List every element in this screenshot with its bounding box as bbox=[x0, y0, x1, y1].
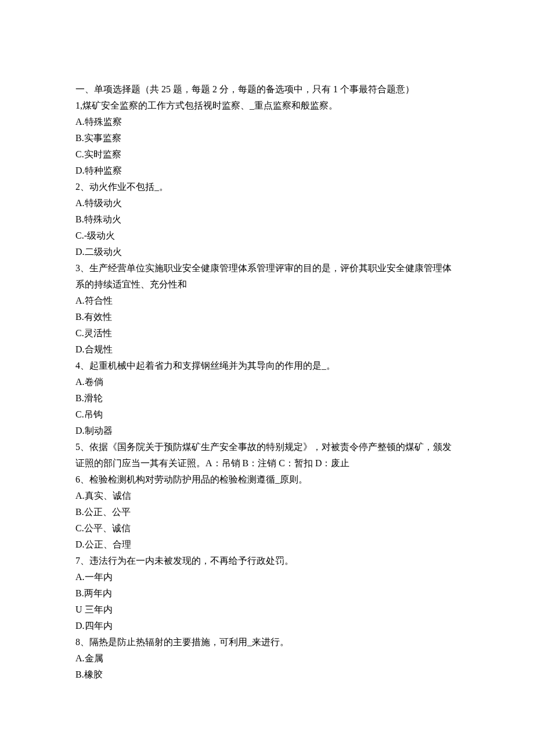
question-option: U 三年内 bbox=[75, 602, 459, 618]
question-stem: 6、检验检测机构对劳动防护用品的检验检测遵循_原则。 bbox=[75, 471, 459, 488]
question-option: B.滑轮 bbox=[75, 390, 459, 406]
section-header: 一、单项选择题（共 25 题，每题 2 分，每题的备选项中，只有 1 个事最符合… bbox=[75, 81, 459, 98]
question-option: C.-级动火 bbox=[75, 228, 459, 244]
question-option: A.卷倘 bbox=[75, 374, 459, 390]
question-option: D.公正、合理 bbox=[75, 537, 459, 553]
question-option: C.灵活性 bbox=[75, 325, 459, 341]
question-stem: 1,煤矿安全监察的工作方式包括视时监察、_重点监察和般监察。 bbox=[75, 98, 459, 114]
question-option: A.金属 bbox=[75, 650, 459, 667]
question-option: D.特种监察 bbox=[75, 163, 459, 179]
question-option: C.实时监察 bbox=[75, 146, 459, 163]
question-option: D.二级动火 bbox=[75, 244, 459, 260]
question-option: A.特级动火 bbox=[75, 195, 459, 211]
question-stem: 7、违法行为在一内未被发现的，不再给予行政处罚。 bbox=[75, 553, 459, 569]
question-option: A.一年内 bbox=[75, 569, 459, 585]
question-stem: 3、生产经营单位实施职业安全健康管理体系管理评审的目的是，评价其职业安全健康管理… bbox=[75, 260, 459, 293]
question-option: B.实事监察 bbox=[75, 130, 459, 146]
question-option: B.公正、公平 bbox=[75, 504, 459, 520]
question-stem: 4、起重机械中起着省力和支撑钢丝绳并为其导向的作用的是_。 bbox=[75, 358, 459, 374]
question-option: B.橡胶 bbox=[75, 667, 459, 683]
question-option: B.有效性 bbox=[75, 309, 459, 325]
question-option: D.四年内 bbox=[75, 618, 459, 634]
question-stem: 5、依据《国务院关于预防煤矿生产安全事故的特别规定》，对被责令停产整顿的煤矿，颁… bbox=[75, 439, 459, 471]
question-option: B.两年内 bbox=[75, 585, 459, 602]
question-list: 1,煤矿安全监察的工作方式包括视时监察、_重点监察和般监察。A.特殊监察B.实事… bbox=[75, 98, 459, 683]
question-option: A.特殊监察 bbox=[75, 114, 459, 130]
question-option: A.真实、诚信 bbox=[75, 488, 459, 504]
question-option: C.吊钩 bbox=[75, 406, 459, 423]
question-option: B.特殊动火 bbox=[75, 211, 459, 228]
question-option: C.公平、诚信 bbox=[75, 520, 459, 537]
question-stem: 2、动火作业不包括_。 bbox=[75, 179, 459, 195]
question-option: A.符合性 bbox=[75, 293, 459, 309]
question-option: D.制动器 bbox=[75, 423, 459, 439]
question-option: D.合规性 bbox=[75, 341, 459, 358]
question-stem: 8、隔热是防止热辐射的主要措施，可利用_来进行。 bbox=[75, 634, 459, 650]
